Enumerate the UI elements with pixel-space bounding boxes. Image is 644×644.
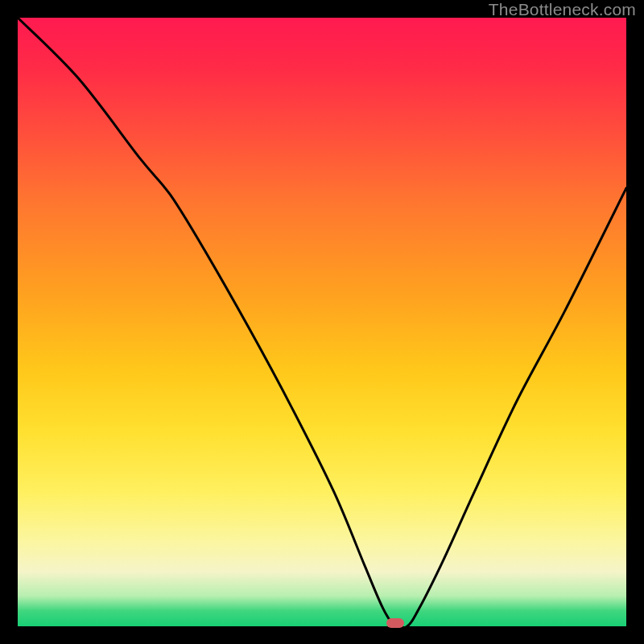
watermark-text: TheBottleneck.com — [489, 0, 636, 19]
optimal-marker — [386, 618, 404, 628]
curve-path — [18, 18, 626, 626]
bottleneck-curve — [18, 18, 626, 626]
chart-frame: TheBottleneck.com — [0, 0, 644, 644]
plot-area — [18, 18, 626, 626]
